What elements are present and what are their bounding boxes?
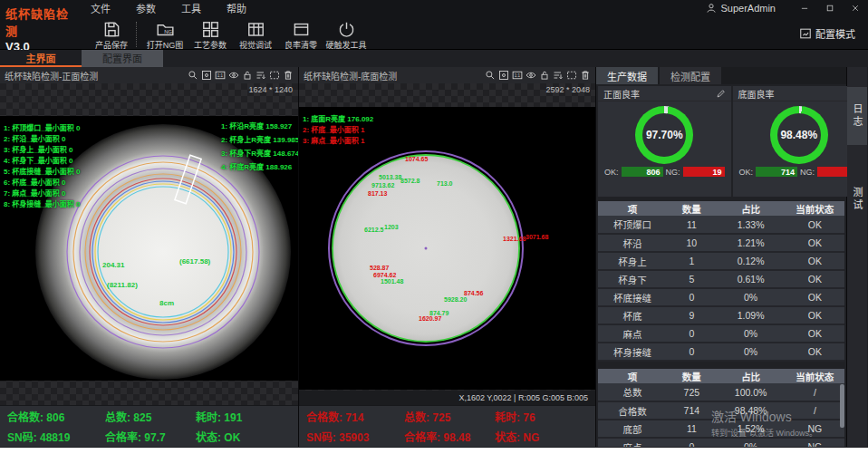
ng-label: NG: <box>666 168 680 177</box>
toolbar-separator <box>136 22 137 47</box>
image-label: (8211.82) <box>107 281 138 289</box>
one-to-one-icon[interactable] <box>215 70 226 81</box>
list-item: 合格率: 97.7 <box>105 429 196 444</box>
column-header: 项 <box>598 201 667 216</box>
zoom-icon[interactable] <box>188 70 198 81</box>
layers-icon[interactable] <box>553 70 564 81</box>
table-row: 杯身接缝00%OK <box>598 343 844 361</box>
front-yield-donut: 97.70% <box>635 106 693 164</box>
minimize-button[interactable] <box>792 0 817 16</box>
production-tabbar: 生产数据 检测配置 <box>596 67 846 84</box>
hard-trigger-button[interactable]: 硬触发工具 <box>323 19 369 51</box>
yield-reset-icon <box>293 21 310 38</box>
menu-file[interactable]: 文件 <box>91 1 111 15</box>
image-label: 713.0 <box>437 180 453 187</box>
tab-config-interface[interactable]: 配置界面 <box>82 50 163 67</box>
maximize-button[interactable] <box>817 0 843 16</box>
list-item: 合格率: 98.48 <box>404 429 495 444</box>
bottom-stats-bar: 合格数: 714总数: 725耗时: 76SN码: 35903合格率: 98.4… <box>299 405 595 447</box>
list-item: SN码: 35903 <box>306 429 404 444</box>
bottom-yield-donut: 98.48% <box>770 106 828 164</box>
user-name: SuperAdmin <box>720 3 776 14</box>
zoom-icon[interactable] <box>485 70 496 81</box>
ok-count-chip: 714 <box>756 167 797 177</box>
product-save-button[interactable]: 产品保存 <box>89 19 134 51</box>
front-panel-title: 纸杯缺陷检测-正面检测 <box>5 69 98 82</box>
tab-main-interface[interactable]: 主界面 <box>0 50 82 67</box>
front-image-view[interactable]: 1624 * 1240 <box>0 83 298 405</box>
delete-icon[interactable] <box>283 70 294 81</box>
close-button[interactable] <box>843 0 868 16</box>
table-row: 杯底接缝00%OK <box>598 288 844 306</box>
process-params-button[interactable]: 工艺参数 <box>188 19 233 51</box>
eye-icon[interactable] <box>228 70 239 81</box>
image-label: 1203 <box>384 224 399 230</box>
marquee-icon[interactable] <box>566 70 577 81</box>
hard-trigger-icon <box>338 21 355 38</box>
bottom-inspection-panel: 纸杯缺陷检测-底面检测 2592 * 2048 <box>299 67 596 447</box>
front-stats-bar: 合格数: 806总数: 825耗时: 191SN码: 48819合格率: 97.… <box>0 405 298 447</box>
tab-production-data[interactable]: 生产数据 <box>596 67 658 84</box>
image-label: 528.87 <box>370 265 389 271</box>
column-header: 当前状态 <box>786 369 844 383</box>
app-logo: 纸杯缺陷检测 V3.0 <box>0 0 80 49</box>
delete-icon[interactable] <box>580 70 591 81</box>
image-label: 8cm <box>159 299 174 307</box>
image-label: 9713.62 <box>371 182 394 188</box>
tab-test[interactable]: 测试 <box>847 170 867 228</box>
ok-label: OK: <box>604 168 619 177</box>
image-label: 1501.48 <box>381 278 403 285</box>
ok-label: OK: <box>739 168 754 177</box>
front-inspection-panel: 纸杯缺陷检测-正面检测 1624 * 1240 <box>0 67 299 447</box>
fit-icon[interactable] <box>201 70 212 81</box>
ok-count-chip: 806 <box>622 167 663 177</box>
table-row: 杯身下50.61%OK <box>598 270 844 288</box>
ng-label: NG: <box>800 168 815 177</box>
vision-debug-button[interactable]: 视觉调试 <box>233 19 278 51</box>
config-mode-button[interactable]: 配置模式 <box>799 26 855 41</box>
open-ng-image-button[interactable]: 打开NG图 <box>142 19 188 51</box>
image-label: 5013.38 <box>379 174 401 180</box>
front-resolution: 1624 * 1240 <box>248 85 293 94</box>
fit-icon[interactable] <box>498 70 509 81</box>
save-icon <box>103 21 121 38</box>
table-row: 杯沿101.21%OK <box>598 234 844 252</box>
bottom-panel-title: 纸杯缺陷检测-底面检测 <box>304 69 397 82</box>
image-label: 5928.20 <box>444 296 467 303</box>
bottom-yield-title: 底面良率 <box>738 87 775 101</box>
vision-debug-icon <box>247 21 265 38</box>
lock-icon[interactable] <box>539 70 550 81</box>
front-measure-labels: 204.31(6617.58)(8211.82)8cm <box>0 83 298 405</box>
column-header: 数量 <box>667 369 716 383</box>
menu-tools[interactable]: 工具 <box>181 1 201 15</box>
defect-table: 项数量占比当前状态 杯顶爆口111.33%OK杯沿101.21%OK杯身上10.… <box>598 201 844 362</box>
image-label: 204.31 <box>102 261 124 269</box>
defect-table-header: 项数量占比当前状态 <box>598 201 844 216</box>
tab-log[interactable]: 日志 <box>847 87 867 145</box>
bottom-image-view[interactable]: 2592 * 2048 1: 底面R亮度 1 <box>299 83 595 405</box>
tab-detection-config[interactable]: 检测配置 <box>660 67 721 84</box>
list-item: 总数: 825 <box>105 409 196 424</box>
one-to-one-icon[interactable] <box>512 70 523 81</box>
list-item: 合格数: 714 <box>306 409 404 424</box>
user-account[interactable]: SuperAdmin <box>706 3 776 14</box>
image-label: 1321.68 <box>503 236 526 242</box>
image-label: 6974.62 <box>373 272 396 278</box>
scrollbar[interactable] <box>840 384 844 428</box>
edit-icon[interactable] <box>716 89 726 99</box>
marquee-icon[interactable] <box>269 70 280 81</box>
eye-icon[interactable] <box>526 70 536 81</box>
front-yield-value: 97.70% <box>635 106 693 164</box>
menu-help[interactable]: 帮助 <box>227 1 246 15</box>
yield-reset-button[interactable]: 良率清零 <box>278 19 323 51</box>
minimize-icon <box>800 4 809 13</box>
process-params-icon <box>202 21 219 38</box>
menu-params[interactable]: 参数 <box>136 1 156 15</box>
lock-icon[interactable] <box>242 70 253 81</box>
layers-icon[interactable] <box>256 70 266 81</box>
app-title: 纸杯缺陷检测 <box>5 5 80 39</box>
summary-table-header: 项数量占比当前状态 <box>598 369 844 383</box>
side-tab-strip: 日志 测试 <box>847 67 867 447</box>
close-icon <box>851 4 860 13</box>
image-label: 6212.5 <box>364 227 383 233</box>
